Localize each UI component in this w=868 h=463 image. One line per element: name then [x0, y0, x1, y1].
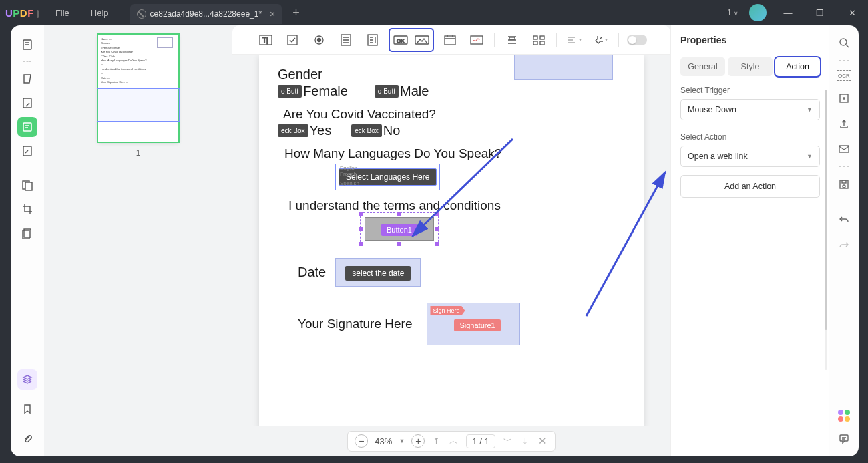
radio-tag[interactable]: o Butt — [278, 85, 302, 98]
checkbox-tag[interactable]: eck Box — [351, 124, 382, 137]
tab-action[interactable]: Action — [775, 57, 820, 76]
account-avatar[interactable] — [749, 4, 767, 21]
zoom-dropdown-icon[interactable]: ▼ — [399, 438, 405, 444]
properties-panel: Properties General Style Action Select T… — [670, 25, 829, 456]
reader-tool[interactable] — [17, 35, 37, 55]
male-label: Male — [400, 84, 429, 99]
tab-close-icon[interactable]: × — [270, 9, 275, 19]
radio-tool[interactable] — [310, 31, 329, 49]
trigger-label: Select Trigger — [680, 86, 820, 95]
zoom-control: − 43% ▼ + ⤒ ︿ 1 / 1 ﹀ ⤓ ✕ — [347, 431, 555, 452]
button-tool[interactable]: OK — [391, 31, 410, 49]
date-tool[interactable] — [441, 31, 459, 49]
close-button[interactable]: ✕ — [841, 8, 863, 18]
tab-style[interactable]: Style — [728, 57, 773, 76]
form-tool[interactable] — [17, 117, 37, 137]
button-field[interactable]: Button1 — [365, 217, 434, 241]
chevron-down-icon: ▼ — [807, 153, 813, 160]
page-input[interactable]: 1 / 1 — [466, 434, 495, 448]
app-body: Name ▭Gender○Female ○MaleAre You Covid V… — [11, 25, 859, 456]
tools-dropdown[interactable]: ▾ — [592, 31, 610, 49]
language-list-field[interactable]: English French Spanish Select Languages … — [335, 164, 440, 190]
updf-logo-icon[interactable] — [838, 410, 850, 422]
undo-icon[interactable] — [836, 212, 852, 228]
version-label[interactable]: 1 ∨ — [727, 8, 738, 17]
search-icon[interactable] — [836, 35, 852, 51]
menu-file[interactable]: File — [55, 8, 69, 18]
ocr-icon[interactable]: OCR — [837, 70, 851, 81]
left-toolbar — [11, 25, 44, 456]
svg-rect-17 — [415, 36, 429, 44]
female-label: Female — [303, 84, 348, 99]
pdf-page[interactable]: Gender o Butt Female o Butt Male Are You — [259, 55, 644, 426]
maximize-button[interactable]: ❐ — [809, 8, 831, 18]
image-button-tool[interactable] — [413, 31, 431, 49]
crop-tool[interactable] — [17, 199, 37, 219]
svg-text:T|: T| — [262, 37, 268, 44]
save-icon[interactable] — [836, 176, 852, 192]
email-icon[interactable] — [836, 141, 852, 157]
comment-panel-icon[interactable] — [836, 431, 852, 447]
terms-label: I understand the terms and conditions — [288, 198, 625, 213]
next-page-button[interactable]: ﹀ — [502, 435, 513, 447]
radio-tag[interactable]: o Butt — [375, 85, 399, 98]
zoom-percent[interactable]: 43% — [375, 436, 392, 446]
organize-tool[interactable] — [17, 141, 37, 161]
text-field-tool[interactable]: T| — [256, 31, 275, 49]
panel-scrollbar[interactable] — [825, 90, 827, 370]
last-page-button[interactable]: ⤓ — [520, 436, 530, 446]
zoom-in-button[interactable]: + — [411, 434, 425, 448]
menu-help[interactable]: Help — [91, 8, 109, 18]
svg-rect-20 — [509, 37, 515, 39]
svg-rect-1 — [23, 98, 31, 108]
action-select[interactable]: Open a web link ▼ — [680, 146, 820, 167]
properties-title: Properties — [680, 35, 726, 45]
svg-rect-23 — [533, 41, 537, 45]
svg-rect-29 — [839, 146, 849, 152]
checkbox-tool[interactable] — [283, 31, 302, 49]
page-thumbnail[interactable]: Name ▭Gender○Female ○MaleAre You Covid V… — [98, 35, 178, 142]
date-field[interactable]: select the date — [335, 258, 421, 287]
comment-tool[interactable] — [17, 69, 37, 89]
signature-tool[interactable] — [467, 31, 486, 49]
lang-label: How Many Languages Do You Speak? — [284, 146, 625, 161]
signature-field[interactable]: Sign Here Signature1 — [427, 303, 520, 345]
share-icon[interactable] — [836, 116, 852, 132]
thumbnail-page-number: 1 — [136, 148, 141, 158]
prev-page-button[interactable]: ︿ — [448, 435, 459, 447]
first-page-button[interactable]: ⤒ — [431, 436, 441, 446]
add-action-button[interactable]: Add an Action — [680, 175, 820, 198]
svg-rect-30 — [840, 180, 848, 188]
trigger-select[interactable]: Mouse Down ▼ — [680, 99, 820, 120]
app-logo: UPDF — [5, 7, 39, 19]
preview-toggle[interactable] — [627, 35, 647, 45]
bottom-bar: − 43% ▼ + ⤒ ︿ 1 / 1 ﹀ ⤓ ✕ — [232, 426, 670, 456]
dropdown-tool[interactable] — [337, 31, 355, 49]
compress-tool[interactable] — [17, 223, 37, 243]
tab-title: ce82ada4d9e8...4a8228eee_1* — [150, 9, 262, 19]
thumbnail-panel: Name ▭Gender○Female ○MaleAre You Covid V… — [44, 25, 232, 456]
distribute-tool[interactable] — [529, 31, 548, 49]
convert-icon[interactable] — [836, 90, 852, 106]
right-toolbar: OCR — [829, 25, 859, 456]
redo-icon[interactable] — [836, 237, 852, 253]
bookmark-icon[interactable] — [17, 399, 37, 419]
attachment-icon[interactable] — [17, 428, 37, 448]
align-tool[interactable] — [503, 31, 521, 49]
list-tool[interactable] — [363, 31, 382, 49]
tab-general[interactable]: General — [680, 57, 725, 76]
yes-label: Yes — [310, 123, 332, 138]
document-tab[interactable]: ce82ada4d9e8...4a8228eee_1* × — [130, 4, 282, 24]
new-tab-button[interactable]: + — [292, 6, 300, 20]
close-bar-button[interactable]: ✕ — [537, 435, 548, 447]
redact-tool[interactable] — [17, 175, 37, 195]
more-align-tool[interactable]: ▾ — [565, 31, 584, 49]
canvas-area: T| OK ▾ ▾ Gender — [232, 25, 670, 456]
checkbox-tag[interactable]: eck Box — [278, 124, 308, 137]
svg-rect-22 — [540, 36, 544, 39]
zoom-out-button[interactable]: − — [355, 434, 368, 448]
minimize-button[interactable]: — — [777, 8, 799, 18]
svg-rect-2 — [23, 123, 31, 131]
layers-icon[interactable] — [17, 369, 37, 390]
edit-tool[interactable] — [17, 93, 37, 113]
